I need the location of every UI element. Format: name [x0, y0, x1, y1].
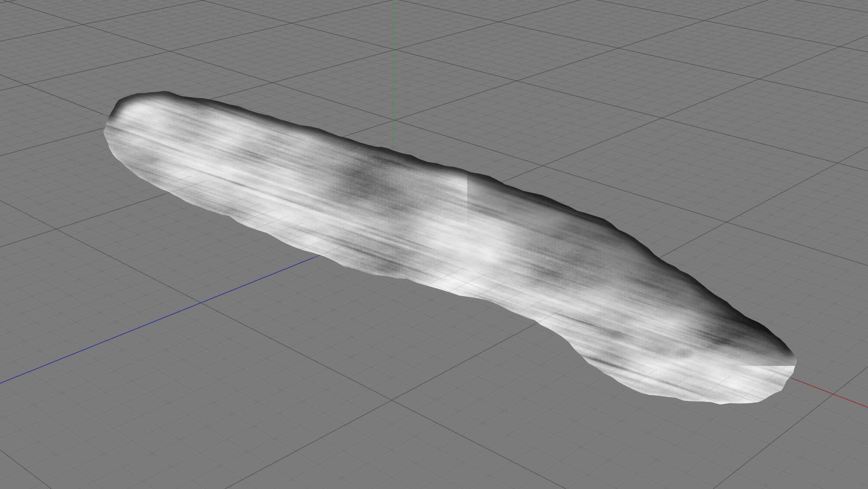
- asteroid-mesh[interactable]: [0, 0, 868, 489]
- 3d-viewport[interactable]: [0, 0, 868, 489]
- z-axis-line: [0, 226, 394, 489]
- scene-layer: [0, 0, 868, 489]
